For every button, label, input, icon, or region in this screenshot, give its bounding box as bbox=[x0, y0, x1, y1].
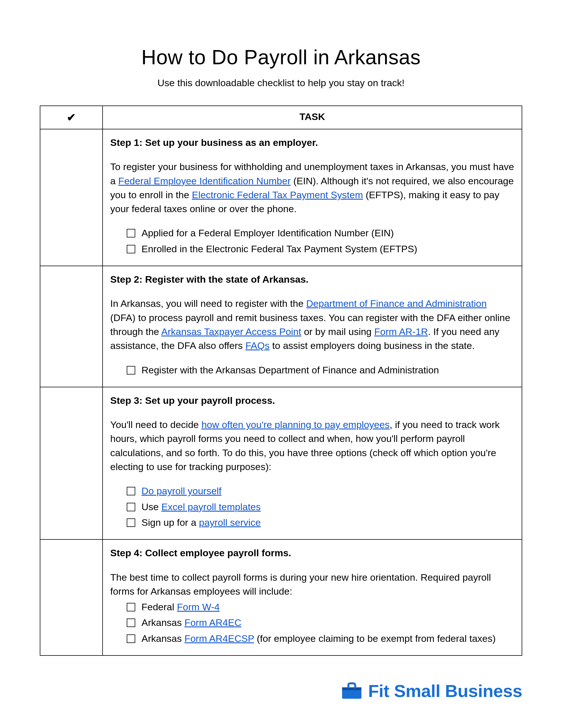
link[interactable]: Form W-4 bbox=[177, 601, 220, 612]
check-item[interactable]: Federal Form W-4 bbox=[127, 600, 514, 614]
step-title: Step 2: Register with the state of Arkan… bbox=[110, 272, 514, 286]
table-row: Step 2: Register with the state of Arkan… bbox=[40, 266, 522, 387]
check-item[interactable]: Arkansas Form AR4EC bbox=[127, 616, 514, 630]
briefcase-icon bbox=[340, 682, 363, 700]
table-row: Step 4: Collect employee payroll forms.T… bbox=[40, 539, 522, 655]
check-item[interactable]: Arkansas Form AR4ECSP (for employee clai… bbox=[127, 632, 514, 646]
check-cell bbox=[40, 129, 103, 266]
link[interactable]: FAQs bbox=[246, 340, 270, 351]
check-cell bbox=[40, 266, 103, 387]
step-body: The best time to collect payroll forms i… bbox=[110, 570, 514, 599]
link[interactable]: Arkansas Taxpayer Access Point bbox=[161, 326, 301, 337]
check-list: Do payroll yourselfUse Excel payroll tem… bbox=[110, 484, 514, 530]
check-item[interactable]: Register with the Arkansas Department of… bbox=[127, 363, 514, 377]
link[interactable]: Department of Finance and Administration bbox=[306, 298, 487, 309]
link[interactable]: Excel payroll templates bbox=[161, 501, 261, 512]
link[interactable]: Do payroll yourself bbox=[142, 485, 222, 496]
check-cell bbox=[40, 539, 103, 655]
link[interactable]: Form AR-1R bbox=[374, 326, 428, 337]
check-item[interactable]: Do payroll yourself bbox=[127, 484, 514, 498]
step-body: To register your business for withholdin… bbox=[110, 160, 514, 216]
page-title: How to Do Payroll in Arkansas bbox=[40, 45, 522, 69]
task-cell: Step 3: Set up your payroll process.You'… bbox=[103, 387, 522, 539]
step-title: Step 4: Collect employee payroll forms. bbox=[110, 546, 514, 560]
link[interactable]: Electronic Federal Tax Payment System bbox=[192, 189, 363, 200]
check-item[interactable]: Applied for a Federal Employer Identific… bbox=[127, 226, 514, 240]
link[interactable]: Form AR4ECSP bbox=[185, 633, 254, 644]
check-cell bbox=[40, 387, 103, 539]
step-title: Step 1: Set up your business as an emplo… bbox=[110, 136, 514, 150]
check-list: Applied for a Federal Employer Identific… bbox=[110, 226, 514, 256]
footer-brand-text: Fit Small Business bbox=[368, 681, 522, 701]
footer-logo: Fit Small Business bbox=[340, 681, 522, 701]
task-cell: Step 1: Set up your business as an emplo… bbox=[103, 129, 522, 266]
check-list: Register with the Arkansas Department of… bbox=[110, 363, 514, 377]
link[interactable]: payroll service bbox=[199, 517, 261, 528]
check-item[interactable]: Enrolled in the Electronic Federal Tax P… bbox=[127, 242, 514, 256]
task-cell: Step 2: Register with the state of Arkan… bbox=[103, 266, 522, 387]
check-item[interactable]: Sign up for a payroll service bbox=[127, 516, 514, 530]
col-header-check: ✔ bbox=[40, 106, 103, 129]
table-row: Step 3: Set up your payroll process.You'… bbox=[40, 387, 522, 539]
step-body: In Arkansas, you will need to register w… bbox=[110, 297, 514, 353]
checklist-table: ✔ TASK Step 1: Set up your business as a… bbox=[40, 106, 522, 656]
step-title: Step 3: Set up your payroll process. bbox=[110, 394, 514, 408]
check-item[interactable]: Use Excel payroll templates bbox=[127, 500, 514, 514]
link[interactable]: how often you're planning to pay employe… bbox=[202, 419, 389, 430]
link[interactable]: Form AR4EC bbox=[185, 617, 241, 628]
link[interactable]: Federal Employee Identification Number bbox=[118, 175, 290, 186]
task-cell: Step 4: Collect employee payroll forms.T… bbox=[103, 539, 522, 655]
col-header-task: TASK bbox=[103, 106, 522, 129]
page-subtitle: Use this downloadable checklist to help … bbox=[40, 77, 522, 88]
check-list: Federal Form W-4Arkansas Form AR4ECArkan… bbox=[110, 600, 514, 646]
step-body: You'll need to decide how often you're p… bbox=[110, 418, 514, 474]
svg-rect-1 bbox=[342, 687, 361, 690]
table-row: Step 1: Set up your business as an emplo… bbox=[40, 129, 522, 266]
